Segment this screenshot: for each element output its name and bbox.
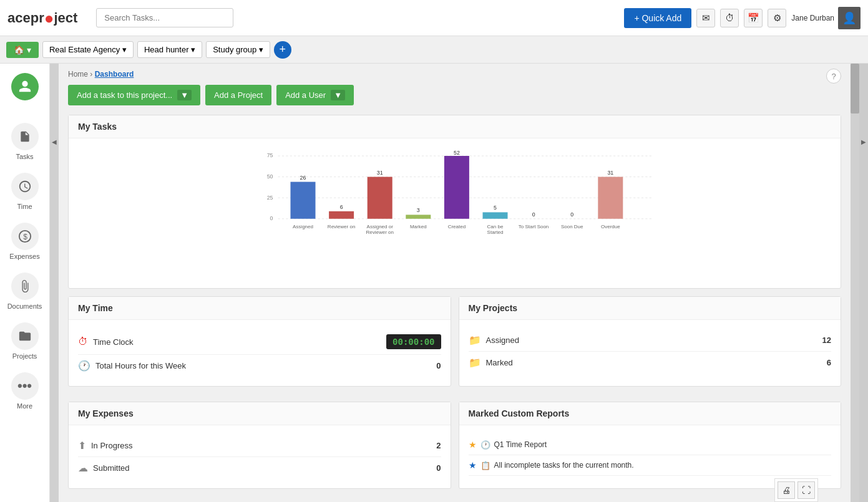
marked-reports-body: ★ 🕐 Q1 Time Report ★ 📋 All incomplete ta…: [459, 425, 841, 485]
sidebar-item-tasks[interactable]: Tasks: [0, 117, 49, 167]
workspace-head-hunter[interactable]: Head hunter ▾: [137, 41, 202, 58]
sidebar-item-documents-label: Documents: [7, 302, 42, 310]
scrollbar-thumb[interactable]: [851, 64, 859, 113]
my-projects-title: My Projects: [459, 297, 841, 320]
calendar-icon[interactable]: 📅: [744, 9, 763, 27]
bottom-row: My Time ⏱ Time Clock 00:00:00 🕐: [68, 296, 841, 394]
expenses-submitted-label: Submitted: [93, 463, 130, 473]
add-user-button[interactable]: Add a User ▼: [276, 85, 354, 105]
mail-icon[interactable]: ✉: [696, 9, 715, 27]
add-workspace-button[interactable]: +: [274, 41, 291, 59]
timer-icon[interactable]: ⏱: [720, 9, 739, 27]
right-collapse-arrow[interactable]: ▶: [859, 64, 868, 502]
quick-add-button[interactable]: + Quick Add: [624, 8, 691, 28]
expenses-submitted-row: ☁ Submitted 0: [78, 457, 441, 479]
breadcrumb-separator: ›: [90, 70, 94, 79]
clock-icon-row: 🕐: [78, 360, 90, 372]
svg-text:0: 0: [570, 211, 573, 218]
svg-text:31: 31: [377, 170, 383, 176]
total-hours-row: 🕐 Total Hours for this Week 0: [78, 355, 441, 377]
my-tasks-card: My Tasks 75 50 25: [68, 115, 841, 289]
workspace-study-group[interactable]: Study group ▾: [206, 41, 270, 58]
projects-assigned-value: 12: [822, 335, 831, 345]
breadcrumb-current: Dashboard: [95, 70, 134, 79]
settings-icon[interactable]: ⚙: [768, 9, 786, 27]
star-blue-icon: ★: [469, 460, 477, 470]
svg-text:Can be: Can be: [487, 224, 504, 229]
svg-text:Created: Created: [448, 224, 466, 229]
sidebar-item-dashboard[interactable]: Dashboard: [0, 67, 49, 117]
nav-toolbar: 🏠 ▾ Real Estate Agency ▾ Head hunter ▾ S…: [0, 36, 868, 64]
expenses-submitted-value: 0: [436, 463, 441, 473]
sidebar-item-projects[interactable]: Projects: [0, 316, 49, 366]
report-1-label: Q1 Time Report: [494, 440, 547, 449]
add-task-button[interactable]: Add a task to this project... ▼: [68, 85, 200, 105]
user-name: Jane Durban: [791, 14, 834, 22]
svg-text:52: 52: [454, 151, 460, 156]
sidebar-item-dashboard-label: Dashboard: [8, 103, 42, 110]
svg-text:31: 31: [607, 170, 613, 176]
expenses-inprogress-label-area: ⬆ In Progress: [78, 440, 436, 451]
report-1-clock-icon: 🕐: [480, 440, 490, 450]
my-expenses-title: My Expenses: [69, 402, 451, 425]
svg-text:3: 3: [417, 207, 420, 213]
my-projects-card: My Projects 📁 Assigned 12 📁: [459, 296, 842, 387]
svg-text:Reviewer on: Reviewer on: [366, 229, 393, 235]
expand-icon[interactable]: ⛶: [797, 481, 815, 499]
workspace-real-estate[interactable]: Real Estate Agency ▾: [42, 41, 134, 58]
time-clock-value[interactable]: 00:00:00: [386, 334, 441, 349]
left-collapse-arrow[interactable]: ◀: [50, 64, 59, 502]
user-area: Jane Durban 👤: [791, 7, 861, 29]
svg-text:5: 5: [494, 205, 497, 211]
sidebar-item-time-label: Time: [17, 203, 32, 210]
help-icon[interactable]: ?: [826, 69, 841, 84]
sidebar-item-tasks-label: Tasks: [16, 153, 33, 160]
print-icon[interactable]: 🖨: [778, 481, 795, 499]
expenses-icon: $: [11, 223, 39, 250]
search-input[interactable]: [96, 8, 233, 27]
svg-text:$: $: [23, 233, 27, 241]
report-item-2[interactable]: ★ 📋 All incomplete tasks for the current…: [469, 455, 832, 476]
bottom-toolbar: 🖨 ⛶: [774, 478, 818, 502]
report-item-1[interactable]: ★ 🕐 Q1 Time Report: [469, 435, 832, 455]
marked-reports-title: Marked Custom Reports: [459, 402, 841, 425]
svg-text:26: 26: [300, 175, 306, 181]
svg-rect-13: [329, 211, 354, 219]
user-avatar: 👤: [838, 7, 861, 29]
right-scrollbar[interactable]: [851, 64, 859, 502]
submitted-icon: ☁: [78, 462, 88, 474]
svg-text:Marked: Marked: [410, 224, 427, 229]
projects-assigned-row: 📁 Assigned 12: [469, 329, 832, 352]
tasks-icon: [11, 123, 39, 150]
projects-marked-label-area: 📁 Marked: [469, 357, 827, 369]
star-green-icon: ★: [469, 440, 477, 450]
my-projects-body: 📁 Assigned 12 📁 Marked 6: [459, 320, 841, 383]
report-2-task-icon: 📋: [480, 461, 490, 470]
svg-text:Soon Due: Soon Due: [561, 224, 583, 229]
svg-text:Overdue: Overdue: [601, 224, 620, 229]
svg-rect-16: [368, 177, 393, 219]
breadcrumb-home[interactable]: Home: [68, 70, 88, 79]
header: ace pr●ject + Quick Add ✉ ⏱ 📅 ⚙ Jane Dur…: [0, 0, 868, 36]
my-time-title: My Time: [69, 297, 451, 320]
expenses-submitted-label-area: ☁ Submitted: [78, 462, 436, 474]
sidebar-item-expenses[interactable]: $ Expenses: [0, 216, 49, 266]
expenses-inprogress-label: In Progress: [91, 441, 132, 450]
sidebar-item-more[interactable]: ••• More: [0, 366, 49, 416]
app-body: Dashboard Tasks Time $ Expenses Document…: [0, 64, 868, 502]
svg-rect-36: [598, 177, 623, 219]
my-expenses-body: ⬆ In Progress 2 ☁ Submitted 0: [69, 425, 451, 488]
svg-rect-23: [444, 156, 469, 219]
total-hours-value: 0: [436, 361, 441, 370]
total-hours-label-area: 🕐 Total Hours for this Week: [78, 360, 436, 372]
chart-area: 75 50 25 0 26 Assigned 6 Reviewer on: [78, 145, 831, 282]
sidebar-item-documents[interactable]: Documents: [0, 266, 49, 316]
tasks-chart: 75 50 25 0 26 Assigned 6 Reviewer on: [109, 151, 806, 251]
sidebar-item-time[interactable]: Time: [0, 167, 49, 216]
action-buttons: Add a task to this project... ▼ Add a Pr…: [68, 85, 841, 105]
sidebar-item-more-label: More: [17, 402, 32, 410]
breadcrumb: Home › Dashboard: [68, 70, 841, 79]
my-tasks-title: My Tasks: [69, 115, 841, 138]
home-button[interactable]: 🏠 ▾: [6, 42, 39, 58]
add-project-button[interactable]: Add a Project: [205, 85, 271, 105]
